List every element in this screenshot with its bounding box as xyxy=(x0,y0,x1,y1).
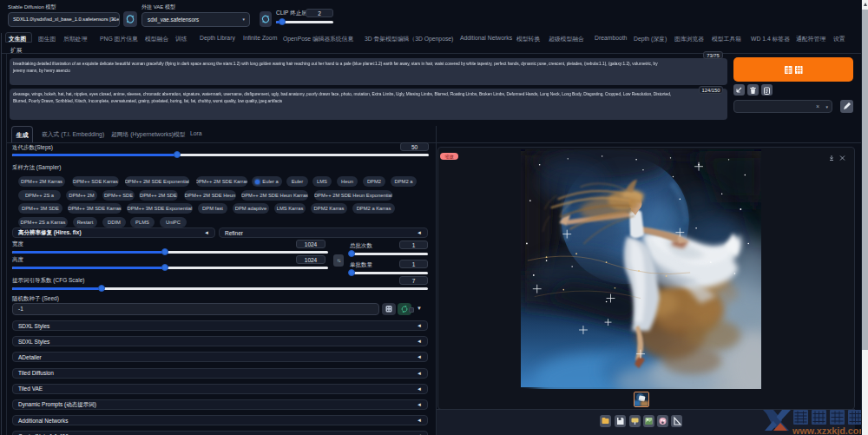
svg-text:www.xzxkjd.com: www.xzxkjd.com xyxy=(792,425,867,435)
